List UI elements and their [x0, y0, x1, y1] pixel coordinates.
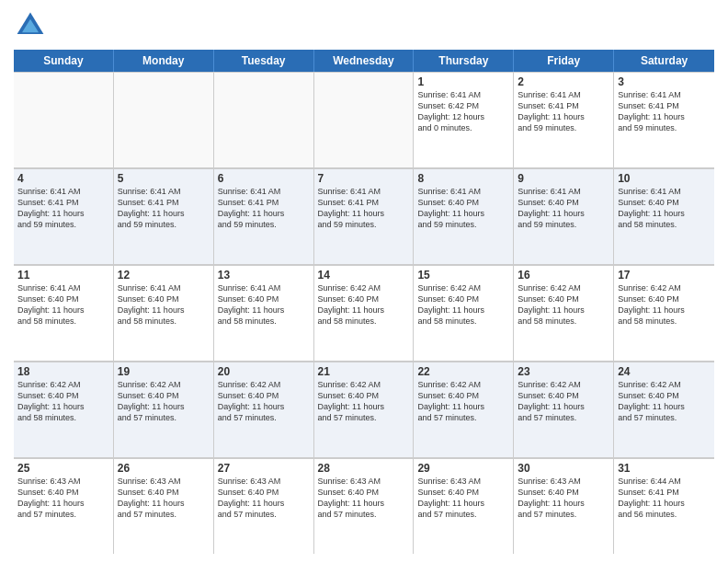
- day-info: Sunrise: 6:41 AMSunset: 6:40 PMDaylight:…: [518, 186, 609, 231]
- day-cell-26: 26Sunrise: 6:43 AMSunset: 6:40 PMDayligh…: [114, 459, 214, 554]
- day-info: Sunrise: 6:43 AMSunset: 6:40 PMDaylight:…: [118, 476, 210, 521]
- day-info: Sunrise: 6:42 AMSunset: 6:40 PMDaylight:…: [318, 282, 410, 327]
- day-number: 23: [518, 365, 609, 378]
- day-number: 17: [618, 269, 711, 282]
- day-number: 7: [318, 172, 410, 185]
- day-cell-15: 15Sunrise: 6:42 AMSunset: 6:40 PMDayligh…: [414, 266, 514, 361]
- day-cell-11: 11Sunrise: 6:41 AMSunset: 6:40 PMDayligh…: [14, 266, 114, 361]
- day-number: 14: [318, 269, 410, 282]
- empty-cell: [314, 73, 415, 167]
- day-cell-10: 10Sunrise: 6:41 AMSunset: 6:40 PMDayligh…: [614, 169, 714, 264]
- day-info: Sunrise: 6:43 AMSunset: 6:40 PMDaylight:…: [417, 476, 509, 521]
- day-number: 4: [17, 172, 109, 185]
- day-info: Sunrise: 6:42 AMSunset: 6:40 PMDaylight:…: [518, 282, 609, 327]
- day-number: 22: [417, 365, 509, 378]
- day-number: 19: [118, 365, 210, 378]
- day-number: 15: [417, 269, 509, 282]
- day-info: Sunrise: 6:43 AMSunset: 6:40 PMDaylight:…: [17, 476, 109, 521]
- day-cell-23: 23Sunrise: 6:42 AMSunset: 6:40 PMDayligh…: [514, 362, 614, 457]
- day-number: 8: [417, 172, 509, 185]
- day-number: 26: [118, 462, 210, 475]
- day-number: 10: [618, 172, 711, 185]
- day-cell-21: 21Sunrise: 6:42 AMSunset: 6:40 PMDayligh…: [314, 362, 415, 457]
- header-day-friday: Friday: [514, 50, 614, 72]
- logo: [14, 9, 51, 42]
- header-day-saturday: Saturday: [614, 50, 714, 72]
- day-number: 30: [518, 462, 609, 475]
- day-number: 5: [118, 172, 210, 185]
- day-number: 28: [318, 462, 410, 475]
- day-info: Sunrise: 6:41 AMSunset: 6:40 PMDaylight:…: [417, 186, 509, 231]
- day-number: 3: [618, 75, 711, 88]
- day-cell-13: 13Sunrise: 6:41 AMSunset: 6:40 PMDayligh…: [214, 266, 314, 361]
- day-number: 16: [518, 269, 609, 282]
- day-number: 6: [218, 172, 310, 185]
- day-cell-7: 7Sunrise: 6:41 AMSunset: 6:41 PMDaylight…: [314, 169, 415, 264]
- day-cell-16: 16Sunrise: 6:42 AMSunset: 6:40 PMDayligh…: [514, 266, 614, 361]
- empty-cell: [14, 73, 114, 167]
- day-cell-30: 30Sunrise: 6:43 AMSunset: 6:40 PMDayligh…: [514, 459, 614, 554]
- empty-cell: [114, 73, 214, 167]
- day-number: 13: [218, 269, 310, 282]
- day-number: 2: [518, 75, 609, 88]
- day-cell-2: 2Sunrise: 6:41 AMSunset: 6:41 PMDaylight…: [514, 73, 614, 167]
- day-info: Sunrise: 6:41 AMSunset: 6:41 PMDaylight:…: [118, 186, 210, 231]
- day-cell-28: 28Sunrise: 6:43 AMSunset: 6:40 PMDayligh…: [314, 459, 415, 554]
- calendar-row-1: 4Sunrise: 6:41 AMSunset: 6:41 PMDaylight…: [14, 168, 714, 265]
- header-day-monday: Monday: [114, 50, 214, 72]
- day-info: Sunrise: 6:42 AMSunset: 6:40 PMDaylight:…: [417, 282, 509, 327]
- day-cell-27: 27Sunrise: 6:43 AMSunset: 6:40 PMDayligh…: [214, 459, 314, 554]
- calendar: SundayMondayTuesdayWednesdayThursdayFrid…: [14, 50, 714, 554]
- day-number: 12: [118, 269, 210, 282]
- day-cell-4: 4Sunrise: 6:41 AMSunset: 6:41 PMDaylight…: [14, 169, 114, 264]
- logo-icon: [14, 9, 47, 42]
- day-info: Sunrise: 6:44 AMSunset: 6:41 PMDaylight:…: [618, 476, 711, 521]
- day-info: Sunrise: 6:43 AMSunset: 6:40 PMDaylight:…: [318, 476, 410, 521]
- day-number: 1: [417, 75, 509, 88]
- day-info: Sunrise: 6:41 AMSunset: 6:42 PMDaylight:…: [417, 89, 509, 134]
- day-number: 31: [618, 462, 711, 475]
- day-cell-18: 18Sunrise: 6:42 AMSunset: 6:40 PMDayligh…: [14, 362, 114, 457]
- day-cell-12: 12Sunrise: 6:41 AMSunset: 6:40 PMDayligh…: [114, 266, 214, 361]
- day-info: Sunrise: 6:42 AMSunset: 6:40 PMDaylight:…: [618, 379, 711, 424]
- day-cell-17: 17Sunrise: 6:42 AMSunset: 6:40 PMDayligh…: [614, 266, 714, 361]
- day-number: 24: [618, 365, 711, 378]
- day-info: Sunrise: 6:41 AMSunset: 6:41 PMDaylight:…: [618, 89, 711, 134]
- day-cell-6: 6Sunrise: 6:41 AMSunset: 6:41 PMDaylight…: [214, 169, 314, 264]
- day-info: Sunrise: 6:43 AMSunset: 6:40 PMDaylight:…: [218, 476, 310, 521]
- day-info: Sunrise: 6:42 AMSunset: 6:40 PMDaylight:…: [17, 379, 109, 424]
- day-info: Sunrise: 6:42 AMSunset: 6:40 PMDaylight:…: [118, 379, 210, 424]
- day-info: Sunrise: 6:41 AMSunset: 6:41 PMDaylight:…: [218, 186, 310, 231]
- calendar-row-3: 18Sunrise: 6:42 AMSunset: 6:40 PMDayligh…: [14, 362, 714, 458]
- page: SundayMondayTuesdayWednesdayThursdayFrid…: [0, 0, 728, 563]
- day-cell-20: 20Sunrise: 6:42 AMSunset: 6:40 PMDayligh…: [214, 362, 314, 457]
- day-info: Sunrise: 6:41 AMSunset: 6:40 PMDaylight:…: [17, 282, 109, 327]
- empty-cell: [214, 73, 314, 167]
- calendar-row-0: 1Sunrise: 6:41 AMSunset: 6:42 PMDaylight…: [14, 72, 714, 168]
- day-info: Sunrise: 6:42 AMSunset: 6:40 PMDaylight:…: [318, 379, 410, 424]
- day-number: 20: [218, 365, 310, 378]
- day-cell-25: 25Sunrise: 6:43 AMSunset: 6:40 PMDayligh…: [14, 459, 114, 554]
- day-info: Sunrise: 6:41 AMSunset: 6:40 PMDaylight:…: [118, 282, 210, 327]
- calendar-row-4: 25Sunrise: 6:43 AMSunset: 6:40 PMDayligh…: [14, 458, 714, 554]
- day-info: Sunrise: 6:42 AMSunset: 6:40 PMDaylight:…: [218, 379, 310, 424]
- header-day-sunday: Sunday: [14, 50, 114, 72]
- day-info: Sunrise: 6:41 AMSunset: 6:41 PMDaylight:…: [318, 186, 410, 231]
- day-cell-22: 22Sunrise: 6:42 AMSunset: 6:40 PMDayligh…: [414, 362, 514, 457]
- day-info: Sunrise: 6:41 AMSunset: 6:41 PMDaylight:…: [518, 89, 609, 134]
- day-info: Sunrise: 6:42 AMSunset: 6:40 PMDaylight:…: [618, 282, 711, 327]
- day-cell-3: 3Sunrise: 6:41 AMSunset: 6:41 PMDaylight…: [614, 73, 714, 167]
- day-number: 11: [17, 269, 109, 282]
- day-info: Sunrise: 6:42 AMSunset: 6:40 PMDaylight:…: [417, 379, 509, 424]
- day-info: Sunrise: 6:41 AMSunset: 6:41 PMDaylight:…: [17, 186, 109, 231]
- header-day-tuesday: Tuesday: [214, 50, 314, 72]
- day-cell-29: 29Sunrise: 6:43 AMSunset: 6:40 PMDayligh…: [414, 459, 514, 554]
- day-cell-1: 1Sunrise: 6:41 AMSunset: 6:42 PMDaylight…: [414, 73, 514, 167]
- day-info: Sunrise: 6:41 AMSunset: 6:40 PMDaylight:…: [618, 186, 711, 231]
- calendar-row-2: 11Sunrise: 6:41 AMSunset: 6:40 PMDayligh…: [14, 265, 714, 362]
- day-cell-14: 14Sunrise: 6:42 AMSunset: 6:40 PMDayligh…: [314, 266, 415, 361]
- day-cell-9: 9Sunrise: 6:41 AMSunset: 6:40 PMDaylight…: [514, 169, 614, 264]
- header: [14, 9, 714, 42]
- day-number: 27: [218, 462, 310, 475]
- day-number: 18: [17, 365, 109, 378]
